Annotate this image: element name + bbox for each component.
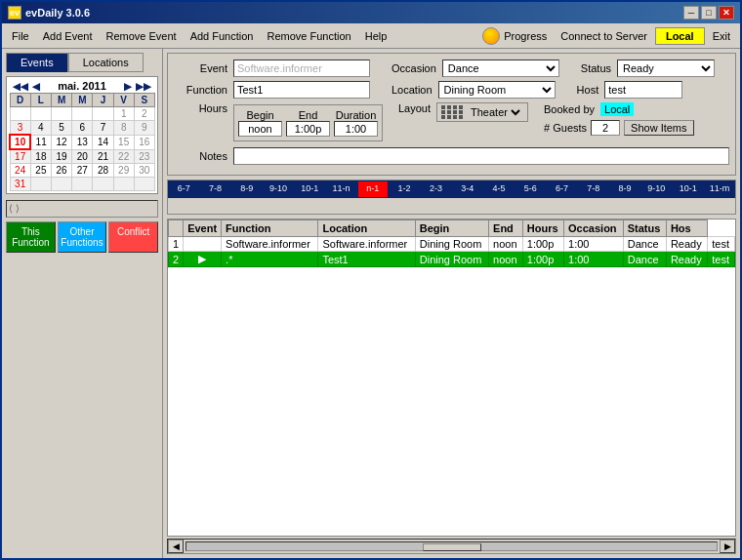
calendar-day[interactable]: 21	[93, 149, 113, 164]
calendar-day[interactable]: 13	[72, 135, 93, 149]
event-input[interactable]	[233, 60, 370, 77]
cal-next[interactable]: ▶	[122, 81, 134, 92]
calendar-day[interactable]	[72, 178, 93, 191]
calendar-day[interactable]	[93, 178, 113, 191]
calendar-day[interactable]: 3	[10, 121, 30, 136]
calendar-day[interactable]: 16	[134, 135, 154, 149]
conflict-button[interactable]: Conflict	[108, 221, 158, 253]
calendar-day[interactable]: 23	[134, 149, 154, 164]
timeline-cell[interactable]: 6-7	[168, 180, 199, 198]
calendar-day[interactable]: 22	[113, 149, 134, 164]
calendar-day[interactable]: 7	[93, 121, 113, 136]
timeline-cell[interactable]: 1-2	[389, 180, 420, 198]
progress-button[interactable]: Progress	[476, 25, 553, 47]
table-row[interactable]: 2▶.*Test1Dining Roomnoon1:00p1:00DanceRe…	[169, 252, 735, 267]
timeline-cell[interactable]: 11-m	[704, 180, 735, 198]
layout-select[interactable]: Theater	[467, 105, 523, 119]
calendar-day[interactable]: 31	[10, 178, 30, 191]
menu-file[interactable]: File	[6, 28, 35, 44]
function-input[interactable]	[233, 81, 370, 99]
calendar-day[interactable]: 14	[93, 135, 113, 149]
calendar-day[interactable]: 28	[93, 164, 113, 178]
calendar-day[interactable]: 9	[134, 121, 154, 136]
calendar-day[interactable]: 25	[30, 164, 51, 178]
cal-next-next[interactable]: ▶▶	[134, 81, 153, 92]
calendar-day[interactable]: 5	[52, 121, 72, 136]
close-button[interactable]: ✕	[719, 6, 734, 20]
timeline-cell[interactable]: 5-6	[515, 180, 546, 198]
cal-prev[interactable]: ◀	[30, 81, 42, 92]
timeline-cell[interactable]: n-1	[357, 180, 389, 198]
calendar-day[interactable]: 26	[52, 164, 72, 178]
timeline-cell[interactable]: 6-7	[546, 180, 577, 198]
scroll-left-button[interactable]: ◀	[168, 540, 184, 553]
connect-server-button[interactable]: Connect to Server	[555, 28, 653, 44]
calendar-day[interactable]: 19	[52, 149, 72, 164]
calendar-day[interactable]	[52, 178, 72, 191]
calendar-day[interactable]: 27	[72, 164, 93, 178]
timeline-cell[interactable]: 9-10	[263, 180, 294, 198]
scroll-right-button[interactable]: ▶	[720, 540, 735, 553]
menu-add-function[interactable]: Add Function	[185, 28, 260, 44]
menu-help[interactable]: Help	[359, 28, 393, 44]
calendar-day[interactable]: 11	[30, 135, 51, 149]
calendar-day[interactable]	[93, 107, 113, 121]
timeline-cell[interactable]: 10-1	[673, 180, 704, 198]
calendar-day[interactable]	[10, 107, 30, 121]
calendar-day[interactable]: 1	[113, 107, 134, 121]
maximize-button[interactable]: □	[701, 6, 717, 20]
calendar-day[interactable]	[30, 178, 51, 191]
calendar-day[interactable]: 20	[72, 149, 93, 164]
event-scroll-area[interactable]: ⟨ ⟩	[6, 200, 158, 218]
tab-events[interactable]: Events	[6, 53, 68, 72]
table-row[interactable]: 1Software.informerSoftware.informerDinin…	[169, 237, 735, 252]
timeline-cell[interactable]: 8-9	[609, 180, 640, 198]
timeline-cell[interactable]: 11-n	[325, 180, 356, 198]
calendar-day[interactable]: 10	[10, 135, 30, 149]
timeline-cell[interactable]: 9-10	[640, 180, 672, 198]
calendar-day[interactable]: 8	[113, 121, 134, 136]
menu-add-event[interactable]: Add Event	[37, 28, 99, 44]
show-items-button[interactable]: Show Items	[624, 120, 693, 136]
notes-input[interactable]	[233, 147, 729, 165]
calendar-day[interactable]: 4	[30, 121, 51, 136]
scrollbar-thumb[interactable]	[423, 543, 481, 551]
timeline-cell[interactable]: 3-4	[452, 180, 483, 198]
timeline-cell[interactable]: 4-5	[483, 180, 515, 198]
minimize-button[interactable]: ─	[683, 6, 699, 20]
calendar-day[interactable]	[134, 178, 154, 191]
menu-remove-event[interactable]: Remove Event	[101, 28, 183, 44]
menu-remove-function[interactable]: Remove Function	[261, 28, 356, 44]
calendar-day[interactable]: 15	[113, 135, 134, 149]
calendar-day[interactable]: 30	[134, 164, 154, 178]
calendar-day[interactable]	[30, 107, 51, 121]
horizontal-scrollbar[interactable]: ◀ ▶	[167, 539, 736, 554]
calendar-day[interactable]	[72, 107, 93, 121]
timeline-cell[interactable]: 8-9	[231, 180, 263, 198]
guests-input[interactable]	[591, 120, 620, 136]
this-function-button[interactable]: ThisFunction	[6, 221, 56, 253]
end-input[interactable]	[286, 121, 330, 137]
calendar-day[interactable]: 24	[10, 164, 30, 178]
calendar-day[interactable]: 12	[52, 135, 72, 149]
tab-locations[interactable]: Locations	[68, 53, 144, 72]
status-select[interactable]: Ready	[617, 60, 715, 77]
calendar-day[interactable]	[113, 178, 134, 191]
calendar-day[interactable]	[52, 107, 72, 121]
timeline-cell[interactable]: 7-8	[199, 180, 230, 198]
calendar-day[interactable]: 29	[113, 164, 134, 178]
exit-button[interactable]: Exit	[707, 28, 736, 44]
local-button[interactable]: Local	[655, 27, 705, 45]
timeline-cell[interactable]: 10-1	[294, 180, 325, 198]
other-functions-button[interactable]: OtherFunctions	[58, 221, 107, 253]
calendar-day[interactable]: 17	[10, 149, 30, 164]
host-input[interactable]	[604, 81, 682, 99]
calendar-day[interactable]: 6	[72, 121, 93, 136]
duration-input[interactable]	[334, 121, 378, 137]
calendar-day[interactable]: 18	[30, 149, 51, 164]
timeline-cell[interactable]: 2-3	[420, 180, 451, 198]
begin-input[interactable]	[238, 121, 282, 137]
occasion-select[interactable]: Dance	[442, 60, 559, 77]
timeline-cell[interactable]: 7-8	[578, 180, 609, 198]
scrollbar-track[interactable]	[186, 541, 718, 551]
